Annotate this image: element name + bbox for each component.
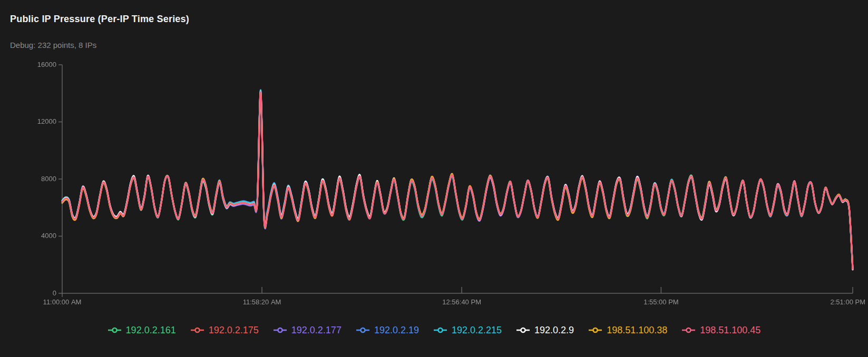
legend-label: 192.0.2.19 bbox=[374, 325, 419, 335]
legend-line-marker-icon bbox=[190, 326, 204, 334]
legend-label: 192.0.2.175 bbox=[209, 325, 259, 335]
legend-label: 198.51.100.38 bbox=[607, 325, 667, 335]
legend-item-192.0.2.177[interactable]: 192.0.2.177 bbox=[273, 325, 342, 335]
legend-item-192.0.2.161[interactable]: 192.0.2.161 bbox=[108, 325, 176, 335]
legend-item-198.51.100.38[interactable]: 198.51.100.38 bbox=[588, 325, 667, 335]
legend-line-marker-icon bbox=[681, 326, 696, 334]
legend-item-192.0.2.175[interactable]: 192.0.2.175 bbox=[190, 325, 259, 335]
chart-legend: 192.0.2.161192.0.2.175192.0.2.177192.0.2… bbox=[0, 325, 868, 335]
legend-line-marker-icon bbox=[273, 326, 287, 334]
legend-label: 192.0.2.9 bbox=[534, 325, 574, 335]
legend-label: 192.0.2.215 bbox=[452, 325, 502, 335]
legend-line-marker-icon bbox=[356, 326, 370, 334]
legend-label: 192.0.2.177 bbox=[291, 325, 342, 335]
legend-line-marker-icon bbox=[433, 326, 447, 334]
legend-item-192.0.2.215[interactable]: 192.0.2.215 bbox=[433, 325, 502, 335]
legend-line-marker-icon bbox=[108, 326, 122, 334]
timeseries-plot-canvas[interactable] bbox=[0, 0, 868, 319]
legend-label: 198.51.100.45 bbox=[700, 325, 760, 335]
legend-item-192.0.2.19[interactable]: 192.0.2.19 bbox=[356, 325, 419, 335]
legend-label: 192.0.2.161 bbox=[126, 325, 176, 335]
legend-item-192.0.2.9[interactable]: 192.0.2.9 bbox=[516, 325, 574, 335]
legend-item-198.51.100.45[interactable]: 198.51.100.45 bbox=[681, 325, 760, 335]
legend-line-marker-icon bbox=[516, 326, 530, 334]
legend-line-marker-icon bbox=[588, 326, 602, 334]
chart-card: Public IP Pressure (Per-IP Time Series) … bbox=[0, 0, 868, 357]
